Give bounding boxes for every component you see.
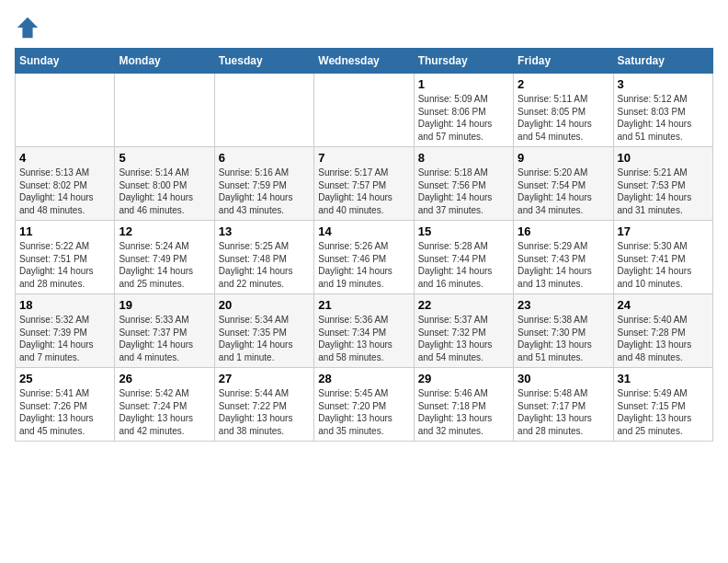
- day-detail: Sunrise: 5:18 AMSunset: 7:56 PMDaylight:…: [418, 167, 509, 216]
- day-header-wednesday: Wednesday: [314, 49, 414, 74]
- day-detail: Sunrise: 5:41 AMSunset: 7:26 PMDaylight:…: [19, 387, 110, 437]
- week-row-2: 4Sunrise: 5:13 AMSunset: 8:02 PMDaylight…: [16, 147, 713, 221]
- day-detail: Sunrise: 5:13 AMSunset: 8:02 PMDaylight:…: [19, 167, 110, 216]
- day-number: 30: [518, 372, 609, 385]
- day-detail: Sunrise: 5:30 AMSunset: 7:41 PMDaylight:…: [618, 240, 709, 290]
- day-cell: 28Sunrise: 5:45 AMSunset: 7:20 PMDayligh…: [314, 368, 414, 442]
- svg-marker-0: [17, 17, 38, 38]
- day-cell: 13Sunrise: 5:25 AMSunset: 7:48 PMDayligh…: [214, 221, 313, 294]
- day-cell: 31Sunrise: 5:49 AMSunset: 7:15 PMDayligh…: [613, 368, 712, 442]
- day-number: 27: [219, 372, 310, 385]
- header: [15, 15, 713, 40]
- logo-icon: [15, 15, 40, 40]
- day-header-sunday: Sunday: [16, 49, 115, 74]
- day-number: 4: [19, 151, 110, 165]
- day-cell: 16Sunrise: 5:29 AMSunset: 7:43 PMDayligh…: [514, 221, 613, 294]
- day-cell: [115, 74, 214, 147]
- day-detail: Sunrise: 5:16 AMSunset: 7:59 PMDaylight:…: [219, 167, 310, 216]
- day-cell: 14Sunrise: 5:26 AMSunset: 7:46 PMDayligh…: [314, 221, 414, 294]
- day-header-saturday: Saturday: [613, 49, 712, 74]
- days-header-row: SundayMondayTuesdayWednesdayThursdayFrid…: [16, 49, 713, 74]
- day-cell: 27Sunrise: 5:44 AMSunset: 7:22 PMDayligh…: [214, 368, 313, 442]
- day-detail: Sunrise: 5:26 AMSunset: 7:46 PMDaylight:…: [318, 240, 409, 290]
- day-detail: Sunrise: 5:09 AMSunset: 8:06 PMDaylight:…: [418, 93, 509, 143]
- day-number: 8: [418, 151, 509, 165]
- day-header-friday: Friday: [514, 49, 613, 74]
- day-number: 25: [19, 372, 110, 385]
- day-header-thursday: Thursday: [414, 49, 513, 74]
- day-cell: 6Sunrise: 5:16 AMSunset: 7:59 PMDaylight…: [214, 147, 313, 221]
- day-detail: Sunrise: 5:29 AMSunset: 7:43 PMDaylight:…: [518, 240, 609, 290]
- day-number: 24: [618, 298, 709, 312]
- day-detail: Sunrise: 5:46 AMSunset: 7:18 PMDaylight:…: [418, 387, 509, 437]
- day-detail: Sunrise: 5:21 AMSunset: 7:53 PMDaylight:…: [618, 167, 709, 216]
- week-row-5: 25Sunrise: 5:41 AMSunset: 7:26 PMDayligh…: [16, 368, 713, 442]
- day-number: 19: [119, 298, 210, 312]
- day-detail: Sunrise: 5:36 AMSunset: 7:34 PMDaylight:…: [318, 314, 409, 363]
- day-number: 23: [518, 298, 609, 312]
- day-cell: 24Sunrise: 5:40 AMSunset: 7:28 PMDayligh…: [613, 294, 712, 368]
- day-cell: 8Sunrise: 5:18 AMSunset: 7:56 PMDaylight…: [414, 147, 513, 221]
- day-detail: Sunrise: 5:17 AMSunset: 7:57 PMDaylight:…: [318, 167, 409, 216]
- day-detail: Sunrise: 5:37 AMSunset: 7:32 PMDaylight:…: [418, 314, 509, 363]
- day-cell: 2Sunrise: 5:11 AMSunset: 8:05 PMDaylight…: [514, 74, 613, 147]
- day-number: 12: [119, 224, 210, 238]
- day-number: 15: [418, 224, 509, 238]
- day-detail: Sunrise: 5:12 AMSunset: 8:03 PMDaylight:…: [618, 93, 709, 143]
- day-cell: 15Sunrise: 5:28 AMSunset: 7:44 PMDayligh…: [414, 221, 513, 294]
- day-number: 9: [518, 151, 609, 165]
- day-detail: Sunrise: 5:48 AMSunset: 7:17 PMDaylight:…: [518, 387, 609, 437]
- day-detail: Sunrise: 5:32 AMSunset: 7:39 PMDaylight:…: [19, 314, 110, 363]
- day-number: 29: [418, 372, 509, 385]
- day-cell: 3Sunrise: 5:12 AMSunset: 8:03 PMDaylight…: [613, 74, 712, 147]
- day-number: 21: [318, 298, 409, 312]
- day-cell: 23Sunrise: 5:38 AMSunset: 7:30 PMDayligh…: [514, 294, 613, 368]
- day-cell: 9Sunrise: 5:20 AMSunset: 7:54 PMDaylight…: [514, 147, 613, 221]
- day-number: 7: [318, 151, 409, 165]
- day-cell: 22Sunrise: 5:37 AMSunset: 7:32 PMDayligh…: [414, 294, 513, 368]
- day-number: 28: [318, 372, 409, 385]
- day-header-monday: Monday: [115, 49, 214, 74]
- day-cell: [314, 74, 414, 147]
- day-number: 14: [318, 224, 409, 238]
- day-detail: Sunrise: 5:49 AMSunset: 7:15 PMDaylight:…: [618, 387, 709, 437]
- day-number: 18: [19, 298, 110, 312]
- day-number: 13: [219, 224, 310, 238]
- day-number: 2: [518, 77, 609, 91]
- day-detail: Sunrise: 5:38 AMSunset: 7:30 PMDaylight:…: [518, 314, 609, 363]
- day-detail: Sunrise: 5:45 AMSunset: 7:20 PMDaylight:…: [318, 387, 409, 437]
- day-detail: Sunrise: 5:42 AMSunset: 7:24 PMDaylight:…: [119, 387, 210, 437]
- day-detail: Sunrise: 5:33 AMSunset: 7:37 PMDaylight:…: [119, 314, 210, 363]
- day-detail: Sunrise: 5:34 AMSunset: 7:35 PMDaylight:…: [219, 314, 310, 363]
- day-number: 16: [518, 224, 609, 238]
- day-number: 11: [19, 224, 110, 238]
- day-cell: 25Sunrise: 5:41 AMSunset: 7:26 PMDayligh…: [16, 368, 115, 442]
- day-detail: Sunrise: 5:40 AMSunset: 7:28 PMDaylight:…: [618, 314, 709, 363]
- day-cell: 11Sunrise: 5:22 AMSunset: 7:51 PMDayligh…: [16, 221, 115, 294]
- day-number: 5: [119, 151, 210, 165]
- day-cell: 19Sunrise: 5:33 AMSunset: 7:37 PMDayligh…: [115, 294, 214, 368]
- day-cell: 1Sunrise: 5:09 AMSunset: 8:06 PMDaylight…: [414, 74, 513, 147]
- day-detail: Sunrise: 5:22 AMSunset: 7:51 PMDaylight:…: [19, 240, 110, 290]
- day-number: 6: [219, 151, 310, 165]
- day-cell: 29Sunrise: 5:46 AMSunset: 7:18 PMDayligh…: [414, 368, 513, 442]
- day-number: 22: [418, 298, 509, 312]
- day-cell: 10Sunrise: 5:21 AMSunset: 7:53 PMDayligh…: [613, 147, 712, 221]
- day-cell: 21Sunrise: 5:36 AMSunset: 7:34 PMDayligh…: [314, 294, 414, 368]
- day-cell: [16, 74, 115, 147]
- calendar-table: SundayMondayTuesdayWednesdayThursdayFrid…: [15, 48, 713, 442]
- day-header-tuesday: Tuesday: [214, 49, 313, 74]
- day-detail: Sunrise: 5:14 AMSunset: 8:00 PMDaylight:…: [119, 167, 210, 216]
- week-row-1: 1Sunrise: 5:09 AMSunset: 8:06 PMDaylight…: [16, 74, 713, 147]
- day-cell: 30Sunrise: 5:48 AMSunset: 7:17 PMDayligh…: [514, 368, 613, 442]
- day-detail: Sunrise: 5:28 AMSunset: 7:44 PMDaylight:…: [418, 240, 509, 290]
- day-cell: 26Sunrise: 5:42 AMSunset: 7:24 PMDayligh…: [115, 368, 214, 442]
- day-number: 10: [618, 151, 709, 165]
- day-cell: 5Sunrise: 5:14 AMSunset: 8:00 PMDaylight…: [115, 147, 214, 221]
- day-cell: 17Sunrise: 5:30 AMSunset: 7:41 PMDayligh…: [613, 221, 712, 294]
- day-number: 3: [618, 77, 709, 91]
- day-number: 17: [618, 224, 709, 238]
- week-row-4: 18Sunrise: 5:32 AMSunset: 7:39 PMDayligh…: [16, 294, 713, 368]
- day-number: 1: [418, 77, 509, 91]
- day-detail: Sunrise: 5:44 AMSunset: 7:22 PMDaylight:…: [219, 387, 310, 437]
